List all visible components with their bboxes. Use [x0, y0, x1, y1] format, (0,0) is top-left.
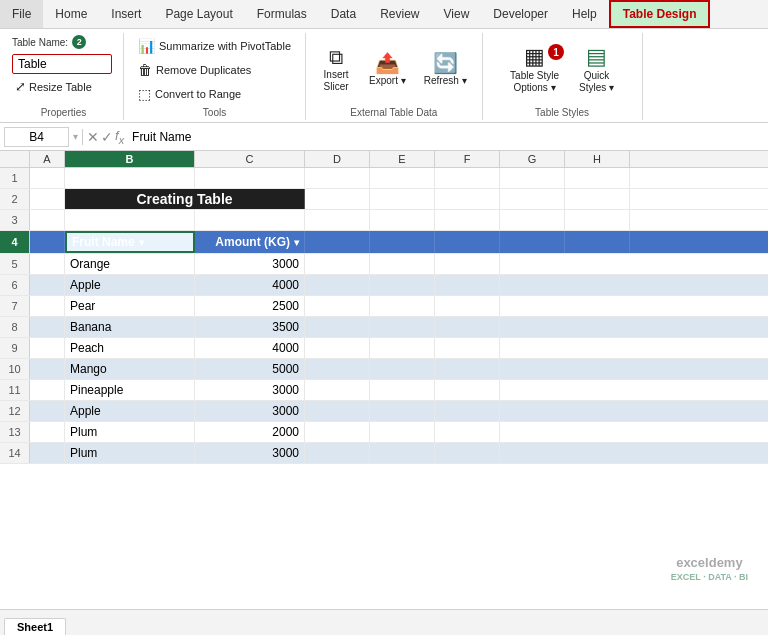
insert-function-icon[interactable]: fx [115, 128, 124, 146]
cell-f9[interactable] [435, 338, 500, 358]
cell-f11[interactable] [435, 380, 500, 400]
col-header-h[interactable]: H [565, 151, 630, 167]
cell-d11[interactable] [305, 380, 370, 400]
tab-page-layout[interactable]: Page Layout [153, 0, 244, 28]
cell-d13[interactable] [305, 422, 370, 442]
tab-view[interactable]: View [432, 0, 482, 28]
cell-a6[interactable] [30, 275, 65, 295]
cell-a4[interactable] [30, 231, 65, 253]
cell-c6[interactable]: 4000 [195, 275, 305, 295]
cell-a10[interactable] [30, 359, 65, 379]
cell-c3[interactable] [195, 210, 305, 230]
col-header-g[interactable]: G [500, 151, 565, 167]
tab-formulas[interactable]: Formulas [245, 0, 319, 28]
cell-f4[interactable] [435, 231, 500, 253]
dropdown-arrow-b4[interactable]: ▾ [139, 237, 144, 248]
cell-b13[interactable]: Plum [65, 422, 195, 442]
cell-c1[interactable] [195, 168, 305, 188]
cell-e8[interactable] [370, 317, 435, 337]
cell-b8[interactable]: Banana [65, 317, 195, 337]
cell-b9[interactable]: Peach [65, 338, 195, 358]
cell-e7[interactable] [370, 296, 435, 316]
cell-b14[interactable]: Plum [65, 443, 195, 463]
cell-c4[interactable]: Amount (KG) ▾ [195, 231, 305, 253]
cell-f5[interactable] [435, 254, 500, 274]
cell-g2[interactable] [500, 189, 565, 209]
convert-to-range-button[interactable]: ⬚ Convert to Range [132, 83, 297, 105]
table-name-input[interactable] [12, 54, 112, 74]
cell-f12[interactable] [435, 401, 500, 421]
cell-a11[interactable] [30, 380, 65, 400]
export-button[interactable]: 📤 Export ▾ [362, 49, 413, 91]
cell-c5[interactable]: 3000 [195, 254, 305, 274]
cell-a2[interactable] [30, 189, 65, 209]
cell-e13[interactable] [370, 422, 435, 442]
cell-f6[interactable] [435, 275, 500, 295]
cell-c13[interactable]: 2000 [195, 422, 305, 442]
col-header-b[interactable]: B [65, 151, 195, 167]
tab-developer[interactable]: Developer [481, 0, 560, 28]
cell-c12[interactable]: 3000 [195, 401, 305, 421]
tab-insert[interactable]: Insert [99, 0, 153, 28]
cell-c14[interactable]: 3000 [195, 443, 305, 463]
cell-c8[interactable]: 3500 [195, 317, 305, 337]
cell-a7[interactable] [30, 296, 65, 316]
cell-d8[interactable] [305, 317, 370, 337]
col-header-f[interactable]: F [435, 151, 500, 167]
cell-h1[interactable] [565, 168, 630, 188]
cell-e14[interactable] [370, 443, 435, 463]
cell-h4[interactable] [565, 231, 630, 253]
cell-e4[interactable] [370, 231, 435, 253]
insert-slicer-button[interactable]: ⧉ InsertSlicer [314, 43, 358, 97]
tab-home[interactable]: Home [43, 0, 99, 28]
cell-b12[interactable]: Apple [65, 401, 195, 421]
cell-e12[interactable] [370, 401, 435, 421]
cell-e10[interactable] [370, 359, 435, 379]
confirm-formula-icon[interactable]: ✓ [101, 129, 113, 145]
cell-e5[interactable] [370, 254, 435, 274]
remove-duplicates-button[interactable]: 🗑 Remove Duplicates [132, 59, 297, 81]
cell-b11[interactable]: Pineapple [65, 380, 195, 400]
cell-d3[interactable] [305, 210, 370, 230]
tab-review[interactable]: Review [368, 0, 431, 28]
refresh-button[interactable]: 🔄 Refresh ▾ [417, 49, 474, 91]
formula-input[interactable] [128, 129, 764, 145]
cell-h2[interactable] [565, 189, 630, 209]
cell-g3[interactable] [500, 210, 565, 230]
cell-a8[interactable] [30, 317, 65, 337]
cell-a14[interactable] [30, 443, 65, 463]
cell-b7[interactable]: Pear [65, 296, 195, 316]
cell-e9[interactable] [370, 338, 435, 358]
sheet-tab-sheet1[interactable]: Sheet1 [4, 618, 66, 635]
resize-table-button[interactable]: ⤢ Resize Table [12, 77, 115, 96]
cell-e3[interactable] [370, 210, 435, 230]
cell-a3[interactable] [30, 210, 65, 230]
cell-d4[interactable] [305, 231, 370, 253]
tab-help[interactable]: Help [560, 0, 609, 28]
cell-b10[interactable]: Mango [65, 359, 195, 379]
cell-e6[interactable] [370, 275, 435, 295]
cell-d6[interactable] [305, 275, 370, 295]
cell-e11[interactable] [370, 380, 435, 400]
tab-data[interactable]: Data [319, 0, 368, 28]
cell-c9[interactable]: 4000 [195, 338, 305, 358]
cell-h3[interactable] [565, 210, 630, 230]
tab-table-design[interactable]: Table Design [609, 0, 711, 28]
cell-d12[interactable] [305, 401, 370, 421]
cell-b4[interactable]: Fruit Name ▾ [65, 231, 195, 253]
col-header-d[interactable]: D [305, 151, 370, 167]
dropdown-arrow-c4[interactable]: ▾ [294, 237, 299, 248]
cell-f1[interactable] [435, 168, 500, 188]
quick-styles-button[interactable]: ▤ QuickStyles ▾ [572, 42, 621, 98]
cell-c7[interactable]: 2500 [195, 296, 305, 316]
col-header-a[interactable]: A [30, 151, 65, 167]
cell-a5[interactable] [30, 254, 65, 274]
cell-f14[interactable] [435, 443, 500, 463]
cell-b1[interactable] [65, 168, 195, 188]
cell-e2[interactable] [370, 189, 435, 209]
cell-d10[interactable] [305, 359, 370, 379]
cell-f13[interactable] [435, 422, 500, 442]
cell-a1[interactable] [30, 168, 65, 188]
cell-f7[interactable] [435, 296, 500, 316]
cell-f10[interactable] [435, 359, 500, 379]
